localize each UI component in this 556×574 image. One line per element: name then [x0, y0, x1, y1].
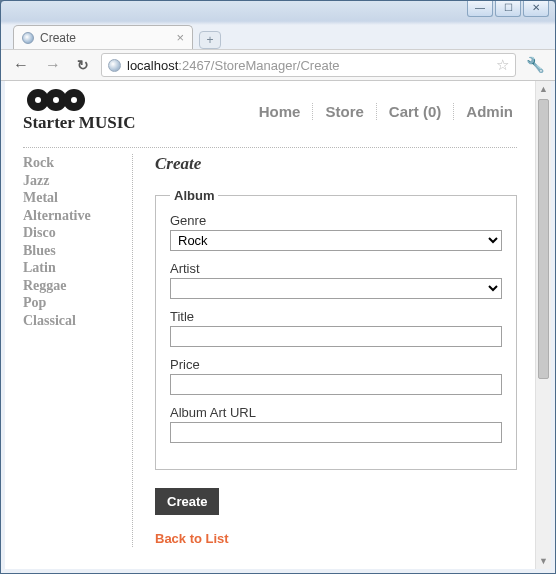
new-tab-button[interactable]: +: [199, 31, 221, 49]
window-minimize-button[interactable]: —: [467, 1, 493, 17]
brand: Starter MUSIC: [23, 89, 136, 133]
genre-label: Genre: [170, 213, 502, 228]
bookmark-star-icon[interactable]: ☆: [496, 56, 509, 74]
nav-admin[interactable]: Admin: [454, 103, 517, 120]
back-button[interactable]: ←: [9, 54, 33, 76]
url-host: localhost: [127, 58, 178, 73]
sidebar-item-classical[interactable]: Classical: [23, 312, 124, 330]
globe-icon: [22, 32, 34, 44]
genre-select[interactable]: Rock: [170, 230, 502, 251]
reload-button[interactable]: ↻: [73, 55, 93, 75]
genre-sidebar: Rock Jazz Metal Alternative Disco Blues …: [23, 154, 133, 547]
back-to-list-link[interactable]: Back to List: [155, 531, 229, 546]
nav-store[interactable]: Store: [313, 103, 376, 120]
brand-title: Starter MUSIC: [23, 113, 136, 133]
sidebar-item-reggae[interactable]: Reggae: [23, 277, 124, 295]
art-url-label: Album Art URL: [170, 405, 502, 420]
site-globe-icon: [108, 59, 121, 72]
fieldset-legend: Album: [170, 188, 218, 203]
browser-toolbar: ← → ↻ localhost:2467/StoreManager/Create…: [1, 49, 555, 81]
artist-select[interactable]: [170, 278, 502, 299]
logo-icon: [23, 89, 136, 111]
artist-label: Artist: [170, 261, 502, 276]
page-viewport: ▲ ▼ Starter MUSIC Home Store Cart (0) Ad…: [5, 81, 551, 569]
sidebar-item-rock[interactable]: Rock: [23, 154, 124, 172]
top-nav: Home Store Cart (0) Admin: [247, 103, 517, 120]
forward-button[interactable]: →: [41, 54, 65, 76]
sidebar-item-blues[interactable]: Blues: [23, 242, 124, 260]
price-input[interactable]: [170, 374, 502, 395]
sidebar-item-alternative[interactable]: Alternative: [23, 207, 124, 225]
tab-title: Create: [40, 31, 76, 45]
window-close-button[interactable]: ✕: [523, 1, 549, 17]
browser-window: — ☐ ✕ Create × + ← → ↻ localhost:2467/St…: [0, 0, 556, 574]
sidebar-item-disco[interactable]: Disco: [23, 224, 124, 242]
window-maximize-button[interactable]: ☐: [495, 1, 521, 17]
tab-strip: Create × +: [1, 23, 555, 49]
scroll-down-arrow[interactable]: ▼: [536, 553, 551, 569]
tab-close-icon[interactable]: ×: [176, 30, 184, 45]
wrench-menu-icon[interactable]: 🔧: [524, 56, 547, 74]
vertical-scrollbar[interactable]: ▲ ▼: [535, 81, 551, 569]
album-fieldset: Album Genre Rock Artist: [155, 188, 517, 470]
sidebar-item-jazz[interactable]: Jazz: [23, 172, 124, 190]
scroll-thumb[interactable]: [538, 99, 549, 379]
sidebar-item-latin[interactable]: Latin: [23, 259, 124, 277]
sidebar-item-metal[interactable]: Metal: [23, 189, 124, 207]
url-path: :2467/StoreManager/Create: [178, 58, 339, 73]
scroll-up-arrow[interactable]: ▲: [536, 81, 551, 97]
price-label: Price: [170, 357, 502, 372]
sidebar-item-pop[interactable]: Pop: [23, 294, 124, 312]
nav-home[interactable]: Home: [247, 103, 314, 120]
nav-cart[interactable]: Cart (0): [377, 103, 455, 120]
title-label: Title: [170, 309, 502, 324]
browser-tab[interactable]: Create ×: [13, 25, 193, 49]
window-titlebar: — ☐ ✕: [1, 1, 555, 23]
header-divider: [23, 147, 517, 148]
address-bar[interactable]: localhost:2467/StoreManager/Create ☆: [101, 53, 516, 77]
title-input[interactable]: [170, 326, 502, 347]
art-url-input[interactable]: [170, 422, 502, 443]
main-content: Create Album Genre Rock Artist: [133, 154, 517, 547]
page-heading: Create: [155, 154, 517, 174]
create-button[interactable]: Create: [155, 488, 219, 515]
